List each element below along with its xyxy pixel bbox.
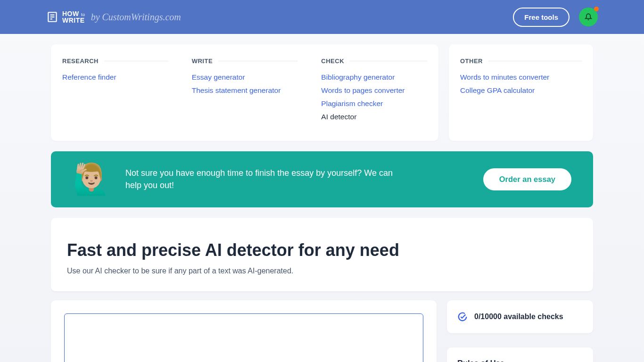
text-input-card bbox=[51, 300, 437, 362]
bell-icon bbox=[585, 13, 592, 21]
cta-text: Not sure you have enough time to finish … bbox=[125, 167, 399, 191]
notification-dot bbox=[594, 7, 599, 11]
link-words-to-minutes[interactable]: Words to minutes converter bbox=[460, 73, 582, 82]
text-input[interactable] bbox=[64, 313, 423, 362]
link-gpa-calculator[interactable]: College GPA calculator bbox=[460, 86, 582, 95]
chevron-down-icon bbox=[574, 359, 583, 362]
link-thesis-generator[interactable]: Thesis statement generator bbox=[192, 86, 298, 95]
category-heading: RESEARCH bbox=[62, 58, 168, 65]
order-essay-button[interactable]: Order an essay bbox=[483, 168, 571, 190]
link-ai-detector[interactable]: AI detector bbox=[321, 113, 427, 121]
tool-row: 0/10000 available checks Rules of Use bbox=[51, 300, 593, 362]
link-plagiarism-checker[interactable]: Plagiarism checker bbox=[321, 99, 427, 108]
hero-section: Fast and precise AI detector for any nee… bbox=[51, 218, 593, 292]
document-icon bbox=[46, 11, 58, 23]
check-circle-icon bbox=[457, 312, 468, 322]
side-column: 0/10000 available checks Rules of Use bbox=[447, 300, 593, 362]
categories-grid: RESEARCH Reference finder WRITE Essay ge… bbox=[51, 44, 593, 141]
category-other: OTHER Words to minutes converter College… bbox=[449, 44, 593, 141]
link-essay-generator[interactable]: Essay generator bbox=[192, 73, 298, 82]
page-title: Fast and precise AI detector for any nee… bbox=[67, 240, 577, 260]
header: HOW to WRITE by CustomWritings.com Free … bbox=[0, 0, 644, 34]
logo-text-sub: WRITE bbox=[62, 17, 85, 24]
notifications-button[interactable] bbox=[579, 8, 598, 26]
category-heading: WRITE bbox=[192, 58, 298, 65]
logo[interactable]: HOW to WRITE by CustomWritings.com bbox=[46, 10, 181, 24]
category-check: CHECK Bibliography generator Words to pa… bbox=[321, 58, 427, 126]
category-research: RESEARCH Reference finder bbox=[62, 58, 168, 126]
categories-main-card: RESEARCH Reference finder WRITE Essay ge… bbox=[51, 44, 438, 141]
category-write: WRITE Essay generator Thesis statement g… bbox=[192, 58, 298, 126]
rules-title: Rules of Use bbox=[457, 359, 504, 362]
checks-count: 0/10000 available checks bbox=[474, 313, 563, 321]
category-heading: OTHER bbox=[460, 58, 582, 65]
free-tools-button[interactable]: Free tools bbox=[513, 8, 570, 27]
page-subtitle: Use our AI checker to be sure if any par… bbox=[67, 267, 577, 275]
rules-card[interactable]: Rules of Use bbox=[447, 347, 593, 362]
header-actions: Free tools bbox=[513, 8, 598, 27]
cta-banner: 🙋🏼‍♂️ Not sure you have enough time to f… bbox=[51, 151, 593, 207]
category-heading: CHECK bbox=[321, 58, 427, 65]
link-reference-finder[interactable]: Reference finder bbox=[62, 73, 168, 82]
raising-hand-icon: 🙋🏼‍♂️ bbox=[73, 162, 110, 197]
link-bibliography-generator[interactable]: Bibliography generator bbox=[321, 73, 427, 82]
link-words-to-pages[interactable]: Words to pages converter bbox=[321, 86, 427, 95]
checks-card: 0/10000 available checks bbox=[447, 300, 593, 333]
logo-byline: by CustomWritings.com bbox=[91, 12, 181, 23]
